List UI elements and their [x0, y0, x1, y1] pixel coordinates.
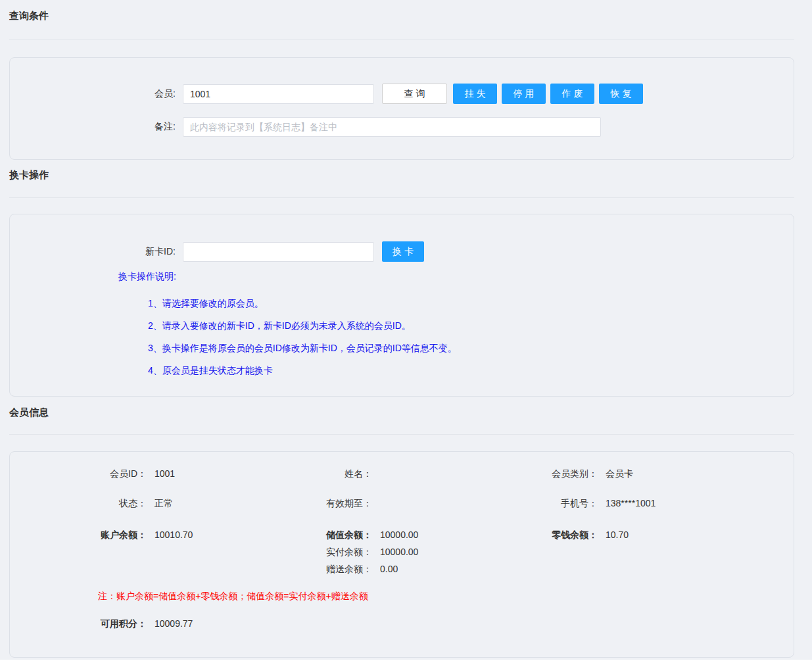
swap-instruction-2: 2、请录入要修改的新卡ID，新卡ID必须为未录入系统的会员ID。 — [148, 320, 411, 332]
member-query-row: 会员: 查 询 挂 失 停 用 作 废 恢 复 — [26, 84, 643, 104]
points-field-value: 10009.77 — [155, 618, 193, 629]
divider — [9, 434, 794, 435]
swap-card: 新卡ID: 换 卡 换卡操作说明: 1、请选择要修改的原会员。 2、请录入要修改… — [9, 214, 794, 397]
member-section-title: 会员信息 — [9, 406, 49, 419]
swap-instructions-title: 换卡操作说明: — [118, 271, 176, 283]
query-button[interactable]: 查 询 — [382, 84, 447, 104]
void-button[interactable]: 作 废 — [550, 84, 594, 104]
swap-card-button[interactable]: 换 卡 — [382, 241, 424, 262]
points-field-label: 可用积分： — [26, 618, 147, 629]
change-balance-field: 零钱余额： 10.70 — [461, 529, 629, 541]
valid-until-field: 有效期至： — [236, 498, 380, 509]
member-management-page: 查询条件 会员: 查 询 挂 失 停 用 作 废 恢 复 备注: 换卡操作 新卡… — [0, 0, 812, 660]
gift-balance-field-value: 0.00 — [380, 564, 398, 575]
stored-balance-field: 储值余额： 10000.00 — [236, 529, 418, 541]
paid-balance-field-label: 实付余额： — [236, 547, 372, 558]
balance-formula-note: 注：账户余额=储值余额+零钱余额；储值余额=实付余额+赠送余额 — [98, 591, 368, 602]
status-field-value: 正常 — [155, 498, 173, 509]
account-balance-field: 账户余额： 10010.70 — [26, 529, 193, 541]
stored-balance-field-value: 10000.00 — [380, 529, 418, 541]
new-card-id-input[interactable] — [183, 242, 374, 262]
new-card-row: 新卡ID: 换 卡 — [26, 241, 424, 262]
swap-section-title: 换卡操作 — [9, 169, 49, 182]
name-field-label: 姓名： — [236, 468, 372, 479]
divider — [9, 39, 794, 40]
status-field: 状态： 正常 — [26, 498, 173, 509]
category-field-label: 会员类别： — [461, 468, 598, 479]
account-balance-field-value: 10010.70 — [155, 529, 193, 541]
restore-button[interactable]: 恢 复 — [599, 84, 643, 104]
swap-instruction-1: 1、请选择要修改的原会员。 — [148, 298, 264, 310]
category-field-value: 会员卡 — [606, 468, 633, 479]
remark-row: 备注: — [26, 117, 601, 137]
swap-instruction-3: 3、换卡操作是将原会员的会员ID修改为新卡ID，会员记录的ID等信息不变。 — [148, 343, 457, 355]
category-field: 会员类别： 会员卡 — [461, 468, 633, 479]
member-id-field-label: 会员ID： — [26, 468, 147, 479]
query-card: 会员: 查 询 挂 失 停 用 作 废 恢 复 备注: — [9, 57, 794, 160]
member-id-field: 会员ID： 1001 — [26, 468, 175, 479]
swap-instruction-4: 4、原会员是挂失状态才能换卡 — [148, 365, 273, 377]
remark-label: 备注: — [26, 121, 176, 133]
phone-field-label: 手机号： — [461, 498, 598, 509]
paid-balance-field: 实付余额： 10000.00 — [236, 547, 418, 558]
status-field-label: 状态： — [26, 498, 147, 509]
paid-balance-field-value: 10000.00 — [380, 547, 418, 558]
member-id-field-value: 1001 — [155, 468, 175, 479]
report-loss-button[interactable]: 挂 失 — [453, 84, 497, 104]
stored-balance-field-label: 储值余额： — [236, 529, 372, 541]
change-balance-field-value: 10.70 — [606, 529, 629, 541]
member-id-input[interactable] — [183, 84, 374, 104]
member-info-card: 会员ID： 1001 姓名： 会员类别： 会员卡 状态： 正常 有效期至： 手机… — [9, 451, 794, 658]
points-field: 可用积分： 10009.77 — [26, 618, 193, 629]
member-label: 会员: — [26, 88, 176, 100]
disable-button[interactable]: 停 用 — [502, 84, 546, 104]
remark-input[interactable] — [183, 117, 601, 137]
new-card-label: 新卡ID: — [26, 246, 176, 258]
query-section-title: 查询条件 — [9, 10, 49, 22]
name-field: 姓名： — [236, 468, 380, 479]
account-balance-field-label: 账户余额： — [26, 529, 147, 541]
change-balance-field-label: 零钱余额： — [461, 529, 598, 541]
gift-balance-field-label: 赠送余额： — [236, 564, 372, 575]
phone-field-value: 138****1001 — [606, 498, 656, 509]
valid-until-field-label: 有效期至： — [236, 498, 372, 509]
divider — [9, 197, 794, 198]
phone-field: 手机号： 138****1001 — [461, 498, 656, 509]
gift-balance-field: 赠送余额： 0.00 — [236, 564, 398, 575]
